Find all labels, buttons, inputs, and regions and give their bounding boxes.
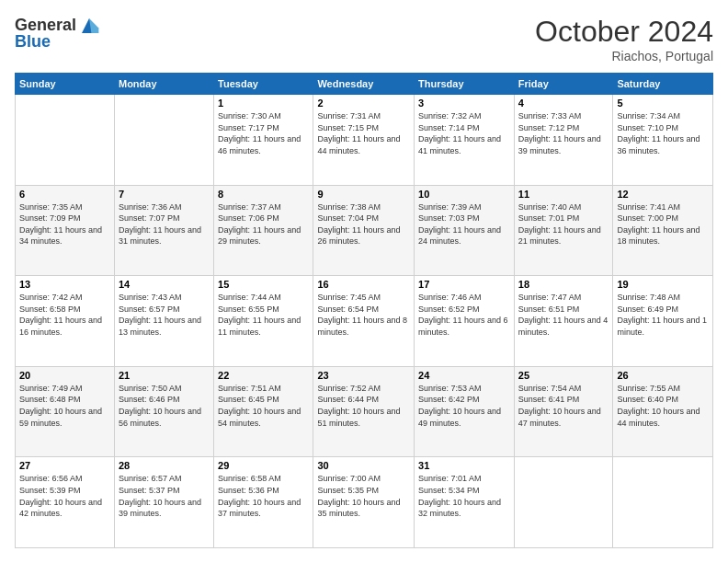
day-info-8: Sunrise: 7:37 AM Sunset: 7:06 PM Dayligh…	[218, 201, 309, 247]
page: General Blue October 2024 Riachos, Portu…	[0, 0, 728, 563]
header-sunday: Sunday	[16, 74, 115, 95]
calendar-cell-0-1	[114, 95, 213, 186]
day-number-13: 13	[19, 279, 110, 290]
header-tuesday: Tuesday	[214, 74, 313, 95]
week-row-3: 20Sunrise: 7:49 AM Sunset: 6:48 PM Dayli…	[16, 366, 713, 457]
calendar-cell-2-6: 19Sunrise: 7:48 AM Sunset: 6:49 PM Dayli…	[613, 276, 713, 367]
calendar-cell-1-2: 8Sunrise: 7:37 AM Sunset: 7:06 PM Daylig…	[214, 185, 313, 276]
calendar-cell-3-1: 21Sunrise: 7:50 AM Sunset: 6:46 PM Dayli…	[114, 366, 213, 457]
calendar-cell-1-0: 6Sunrise: 7:35 AM Sunset: 7:09 PM Daylig…	[16, 185, 115, 276]
header-saturday: Saturday	[613, 74, 713, 95]
day-number-18: 18	[518, 279, 609, 290]
day-number-7: 7	[119, 189, 210, 200]
calendar-cell-4-0: 27Sunrise: 6:56 AM Sunset: 5:39 PM Dayli…	[16, 457, 115, 548]
logo: General Blue	[15, 15, 100, 52]
day-number-29: 29	[218, 460, 309, 471]
calendar-cell-4-1: 28Sunrise: 6:57 AM Sunset: 5:37 PM Dayli…	[114, 457, 213, 548]
calendar-cell-1-1: 7Sunrise: 7:36 AM Sunset: 7:07 PM Daylig…	[114, 185, 213, 276]
weekday-header-row: Sunday Monday Tuesday Wednesday Thursday…	[16, 74, 713, 95]
calendar-cell-1-6: 12Sunrise: 7:41 AM Sunset: 7:00 PM Dayli…	[613, 185, 713, 276]
day-info-15: Sunrise: 7:44 AM Sunset: 6:55 PM Dayligh…	[218, 292, 309, 338]
calendar-cell-0-4: 3Sunrise: 7:32 AM Sunset: 7:14 PM Daylig…	[415, 95, 515, 186]
day-number-16: 16	[317, 279, 410, 290]
day-number-8: 8	[218, 189, 309, 200]
day-info-30: Sunrise: 7:00 AM Sunset: 5:35 PM Dayligh…	[317, 473, 410, 519]
day-number-25: 25	[518, 370, 609, 381]
day-number-1: 1	[218, 98, 309, 109]
calendar-cell-2-2: 15Sunrise: 7:44 AM Sunset: 6:55 PM Dayli…	[214, 276, 313, 367]
day-number-28: 28	[119, 460, 210, 471]
day-info-19: Sunrise: 7:48 AM Sunset: 6:49 PM Dayligh…	[617, 292, 709, 338]
day-number-14: 14	[119, 279, 210, 290]
calendar-cell-0-0	[16, 95, 115, 186]
day-number-4: 4	[518, 98, 609, 109]
header-monday: Monday	[114, 74, 213, 95]
day-info-25: Sunrise: 7:54 AM Sunset: 6:41 PM Dayligh…	[518, 383, 609, 429]
calendar-cell-3-0: 20Sunrise: 7:49 AM Sunset: 6:48 PM Dayli…	[16, 366, 115, 457]
day-info-17: Sunrise: 7:46 AM Sunset: 6:52 PM Dayligh…	[418, 292, 510, 338]
day-info-24: Sunrise: 7:53 AM Sunset: 6:42 PM Dayligh…	[418, 383, 510, 429]
day-number-21: 21	[119, 370, 210, 381]
calendar-cell-4-4: 31Sunrise: 7:01 AM Sunset: 5:34 PM Dayli…	[415, 457, 515, 548]
day-info-10: Sunrise: 7:39 AM Sunset: 7:03 PM Dayligh…	[418, 201, 510, 247]
calendar-cell-4-2: 29Sunrise: 6:58 AM Sunset: 5:36 PM Dayli…	[214, 457, 313, 548]
day-number-24: 24	[418, 370, 510, 381]
week-row-1: 6Sunrise: 7:35 AM Sunset: 7:09 PM Daylig…	[16, 185, 713, 276]
day-info-7: Sunrise: 7:36 AM Sunset: 7:07 PM Dayligh…	[119, 201, 210, 247]
day-info-6: Sunrise: 7:35 AM Sunset: 7:09 PM Dayligh…	[19, 201, 110, 247]
calendar-cell-3-3: 23Sunrise: 7:52 AM Sunset: 6:44 PM Dayli…	[313, 366, 415, 457]
day-info-4: Sunrise: 7:33 AM Sunset: 7:12 PM Dayligh…	[518, 110, 609, 156]
day-info-9: Sunrise: 7:38 AM Sunset: 7:04 PM Dayligh…	[317, 201, 410, 247]
calendar-cell-2-1: 14Sunrise: 7:43 AM Sunset: 6:57 PM Dayli…	[114, 276, 213, 367]
day-number-27: 27	[19, 460, 110, 471]
calendar-cell-0-5: 4Sunrise: 7:33 AM Sunset: 7:12 PM Daylig…	[514, 95, 613, 186]
day-number-22: 22	[218, 370, 309, 381]
calendar-cell-4-5	[514, 457, 613, 548]
calendar-cell-2-4: 17Sunrise: 7:46 AM Sunset: 6:52 PM Dayli…	[415, 276, 515, 367]
day-number-15: 15	[218, 279, 309, 290]
day-info-26: Sunrise: 7:55 AM Sunset: 6:40 PM Dayligh…	[617, 383, 709, 429]
day-info-18: Sunrise: 7:47 AM Sunset: 6:51 PM Dayligh…	[518, 292, 609, 338]
day-number-2: 2	[317, 98, 410, 109]
calendar-cell-0-6: 5Sunrise: 7:34 AM Sunset: 7:10 PM Daylig…	[613, 95, 713, 186]
logo-blue-text: Blue	[15, 33, 51, 52]
day-number-10: 10	[418, 189, 510, 200]
calendar-cell-1-4: 10Sunrise: 7:39 AM Sunset: 7:03 PM Dayli…	[415, 185, 515, 276]
week-row-2: 13Sunrise: 7:42 AM Sunset: 6:58 PM Dayli…	[16, 276, 713, 367]
header: General Blue October 2024 Riachos, Portu…	[15, 15, 713, 63]
month-title: October 2024	[535, 15, 713, 49]
calendar-cell-2-0: 13Sunrise: 7:42 AM Sunset: 6:58 PM Dayli…	[16, 276, 115, 367]
day-number-9: 9	[317, 189, 410, 200]
calendar-cell-3-4: 24Sunrise: 7:53 AM Sunset: 6:42 PM Dayli…	[415, 366, 515, 457]
day-number-19: 19	[617, 279, 709, 290]
day-info-22: Sunrise: 7:51 AM Sunset: 6:45 PM Dayligh…	[218, 383, 309, 429]
calendar-cell-1-5: 11Sunrise: 7:40 AM Sunset: 7:01 PM Dayli…	[514, 185, 613, 276]
title-block: October 2024 Riachos, Portugal	[535, 15, 713, 63]
calendar-cell-2-3: 16Sunrise: 7:45 AM Sunset: 6:54 PM Dayli…	[313, 276, 415, 367]
day-info-27: Sunrise: 6:56 AM Sunset: 5:39 PM Dayligh…	[19, 473, 110, 519]
day-info-3: Sunrise: 7:32 AM Sunset: 7:14 PM Dayligh…	[418, 110, 510, 156]
day-info-16: Sunrise: 7:45 AM Sunset: 6:54 PM Dayligh…	[317, 292, 410, 338]
calendar-cell-1-3: 9Sunrise: 7:38 AM Sunset: 7:04 PM Daylig…	[313, 185, 415, 276]
day-info-23: Sunrise: 7:52 AM Sunset: 6:44 PM Dayligh…	[317, 383, 410, 429]
day-number-11: 11	[518, 189, 609, 200]
day-number-3: 3	[418, 98, 510, 109]
logo-icon	[78, 15, 100, 37]
day-info-1: Sunrise: 7:30 AM Sunset: 7:17 PM Dayligh…	[218, 110, 309, 156]
day-info-5: Sunrise: 7:34 AM Sunset: 7:10 PM Dayligh…	[617, 110, 709, 156]
day-info-2: Sunrise: 7:31 AM Sunset: 7:15 PM Dayligh…	[317, 110, 410, 156]
day-info-12: Sunrise: 7:41 AM Sunset: 7:00 PM Dayligh…	[617, 201, 709, 247]
calendar-cell-4-3: 30Sunrise: 7:00 AM Sunset: 5:35 PM Dayli…	[313, 457, 415, 548]
day-info-11: Sunrise: 7:40 AM Sunset: 7:01 PM Dayligh…	[518, 201, 609, 247]
calendar-cell-2-5: 18Sunrise: 7:47 AM Sunset: 6:51 PM Dayli…	[514, 276, 613, 367]
day-info-21: Sunrise: 7:50 AM Sunset: 6:46 PM Dayligh…	[119, 383, 210, 429]
day-number-12: 12	[617, 189, 709, 200]
day-number-6: 6	[19, 189, 110, 200]
location: Riachos, Portugal	[535, 49, 713, 63]
day-number-20: 20	[19, 370, 110, 381]
day-number-26: 26	[617, 370, 709, 381]
week-row-0: 1Sunrise: 7:30 AM Sunset: 7:17 PM Daylig…	[16, 95, 713, 186]
calendar-cell-3-5: 25Sunrise: 7:54 AM Sunset: 6:41 PM Dayli…	[514, 366, 613, 457]
header-thursday: Thursday	[415, 74, 515, 95]
week-row-4: 27Sunrise: 6:56 AM Sunset: 5:39 PM Dayli…	[16, 457, 713, 548]
